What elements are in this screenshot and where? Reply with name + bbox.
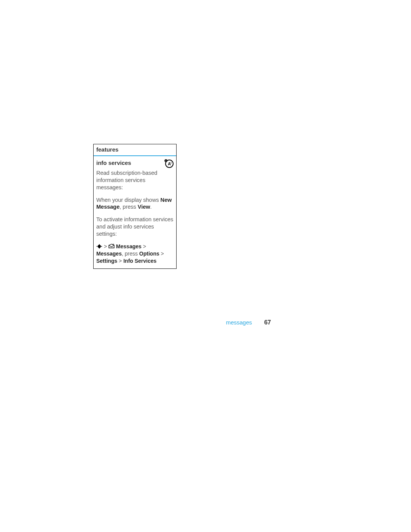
features-body: A )) + info services Read subscription-b… <box>94 156 176 269</box>
svg-point-5 <box>98 244 101 248</box>
nav-settings: Settings <box>96 258 117 264</box>
nav-sep-3: > <box>159 251 164 257</box>
paragraph-3: To activate information services and adj… <box>96 216 174 238</box>
features-table: features A )) + info services Read subsc… <box>93 144 177 269</box>
nav-messages-2: Messages <box>96 251 122 257</box>
svg-text:)): )) <box>170 161 172 164</box>
footer-page-number: 67 <box>264 319 271 326</box>
nav-press-label: , press <box>122 251 139 257</box>
svg-text:+: + <box>165 160 167 162</box>
p2-text-c: , press <box>119 204 138 210</box>
info-services-subhead: info services <box>96 159 174 167</box>
nav-sep-4: > <box>117 258 123 264</box>
svg-rect-8 <box>97 246 97 247</box>
features-header: features <box>94 144 176 156</box>
page-footer: messages 67 <box>0 319 411 326</box>
p2-text-a: When your display shows <box>96 197 160 203</box>
footer-section-label: messages <box>226 319 252 326</box>
nav-options: Options <box>139 251 159 257</box>
nav-messages-1: Messages <box>116 243 142 249</box>
navigation-path: > Messages > Messages, press Options > S… <box>96 243 174 265</box>
p2-bold-view: View <box>138 204 150 210</box>
paragraph-2: When your display shows New Message, pre… <box>96 197 174 211</box>
nav-sep-2: > <box>142 243 146 249</box>
svg-rect-6 <box>99 244 100 245</box>
p2-text-e: . <box>150 204 152 210</box>
nav-info-services: Info Services <box>123 258 156 264</box>
svg-rect-9 <box>101 246 102 247</box>
network-feature-icon: A )) + <box>164 158 174 170</box>
svg-rect-7 <box>99 248 100 248</box>
paragraph-1: Read subscription-based information serv… <box>96 169 174 191</box>
center-key-icon <box>96 243 102 251</box>
messages-icon <box>108 243 115 251</box>
document-page: features A )) + info services Read subsc… <box>0 0 411 532</box>
nav-sep-1: > <box>102 243 108 249</box>
